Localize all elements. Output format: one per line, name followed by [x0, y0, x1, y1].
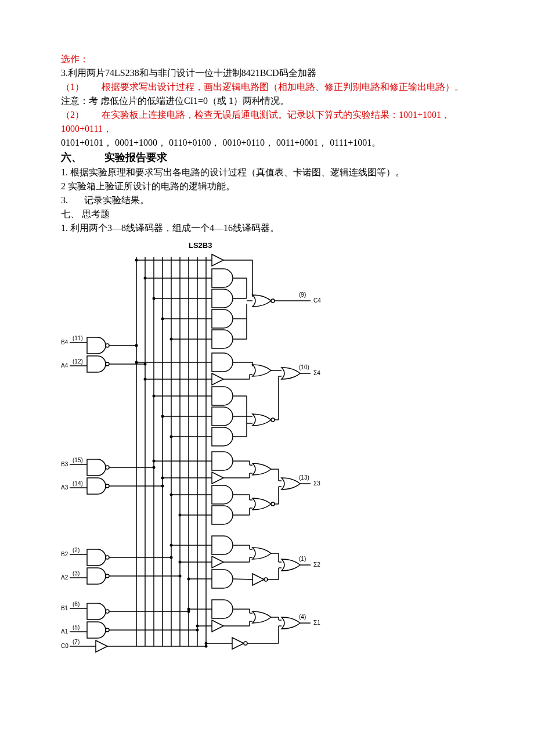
svg-point-161 — [170, 435, 173, 438]
svg-point-21 — [144, 362, 147, 365]
input-b2-a2: B2(2) A2(3) — [61, 547, 182, 584]
svg-text:(10): (10) — [299, 364, 309, 370]
svg-point-169 — [187, 607, 190, 610]
svg-text:A1: A1 — [61, 628, 68, 635]
svg-text:A2: A2 — [61, 574, 68, 581]
svg-point-171 — [205, 642, 208, 645]
svg-point-159 — [153, 394, 156, 397]
output-s4: (10) Σ4 — [136, 353, 320, 446]
item-3-2-cont: 1000+0111， — [61, 122, 482, 136]
svg-point-162 — [153, 459, 156, 462]
item-3: 3.利用两片74LS238和与非门设计一位十进制8421BCD码全加器 — [61, 66, 482, 80]
svg-point-30 — [153, 466, 156, 469]
item-3-2-text: 在实验板上连接电路，检查无误后通电测试。记录以下算式的实验结果：1001+100… — [102, 110, 450, 120]
item-3-1: （1）根据要求写出设计过程，画出逻辑电路图（相加电路、修正判别电路和修正输出电路… — [61, 80, 482, 94]
svg-text:(5): (5) — [73, 624, 80, 631]
input-b1-a1-c0: B1(6) A1(5) C0(7) — [61, 601, 208, 652]
svg-point-20 — [135, 344, 138, 347]
svg-text:C0: C0 — [61, 643, 68, 649]
svg-text:B4: B4 — [61, 339, 68, 345]
svg-point-170 — [196, 624, 199, 627]
svg-text:A3: A3 — [61, 484, 68, 491]
svg-text:B1: B1 — [61, 605, 68, 611]
svg-text:Σ4: Σ4 — [313, 370, 320, 376]
svg-point-168 — [187, 577, 190, 580]
svg-text:(15): (15) — [73, 457, 83, 463]
svg-point-40 — [170, 556, 173, 559]
svg-point-164 — [170, 493, 173, 496]
svg-point-31 — [161, 484, 164, 487]
section-6-item-1: 1. 根据实验原理和要求写出各电路的设计过程（真值表、卡诺图、逻辑连线图等）。 — [61, 165, 482, 179]
circuit-svg: B4(11) A4(12) B3(15) A3(14) — [61, 251, 374, 658]
svg-text:Σ3: Σ3 — [313, 480, 320, 487]
svg-text:Σ1: Σ1 — [313, 620, 320, 626]
section-6-heading: 六、实验报告要求 — [61, 150, 482, 165]
svg-text:(7): (7) — [73, 639, 80, 645]
svg-text:(11): (11) — [73, 335, 83, 341]
input-b3-a3: B3(15) A3(14) — [61, 457, 164, 494]
svg-text:(3): (3) — [73, 570, 80, 577]
svg-point-165 — [179, 513, 182, 516]
svg-text:Σ2: Σ2 — [313, 561, 320, 568]
section-6-item-3-num: 3. — [61, 193, 84, 207]
svg-text:(12): (12) — [73, 358, 83, 365]
svg-point-152 — [135, 258, 138, 261]
svg-point-56 — [205, 645, 208, 647]
additions-line: 0101+0101， 0001+1000， 0110+0100， 0010+01… — [61, 136, 482, 150]
svg-point-157 — [135, 361, 138, 363]
svg-text:A4: A4 — [61, 362, 68, 369]
svg-text:(14): (14) — [73, 480, 83, 487]
output-s1: (4) Σ1 — [189, 600, 320, 649]
svg-point-51 — [196, 628, 199, 631]
output-s3: (13) Σ3 — [154, 452, 320, 524]
section-6-num: 六、 — [61, 150, 104, 165]
svg-point-156 — [170, 337, 173, 340]
circuit-diagram: LS2B3 — [61, 240, 482, 662]
diagram-title: LS2B3 — [189, 240, 482, 251]
note-line: 注意：考 虑低位片的低端进位CI1=0（或 1）两种情况。 — [61, 94, 482, 108]
output-c4: (9) C4 — [136, 254, 321, 348]
svg-text:(4): (4) — [299, 614, 306, 620]
svg-point-41 — [179, 574, 182, 577]
item-3-2-label: （2） — [61, 108, 102, 122]
svg-text:B2: B2 — [61, 551, 68, 557]
svg-point-158 — [144, 377, 147, 380]
svg-point-166 — [170, 543, 173, 546]
svg-point-163 — [161, 476, 164, 479]
item-3-1-text: 根据要求写出设计过程，画出逻辑电路图（相加电路、修正判别电路和修正输出电路）。 — [102, 82, 464, 92]
item-3-2: （2）在实验板上连接电路，检查无误后通电测试。记录以下算式的实验结果：1001+… — [61, 108, 482, 122]
svg-line-124 — [233, 579, 252, 579]
svg-text:(13): (13) — [299, 474, 309, 481]
svg-point-154 — [153, 297, 156, 300]
document-page: 选作： 3.利用两片74LS238和与非门设计一位十进制8421BCD码全加器 … — [0, 0, 534, 756]
section-6-title: 实验报告要求 — [104, 152, 167, 163]
section-6-item-3-text: 记录实验结果。 — [84, 195, 149, 205]
optional-header: 选作： — [61, 52, 482, 66]
svg-point-167 — [179, 560, 182, 563]
svg-text:(2): (2) — [73, 547, 80, 553]
section-7-heading: 七、 思考题 — [61, 207, 482, 221]
item-3-1-label: （1） — [61, 80, 102, 94]
svg-text:B3: B3 — [61, 461, 68, 467]
svg-text:C4: C4 — [313, 297, 321, 304]
section-6-item-3: 3.记录实验结果。 — [61, 193, 482, 207]
svg-text:(9): (9) — [299, 291, 306, 298]
svg-point-160 — [161, 415, 164, 417]
section-6-item-2: 2 实验箱上验证所设计的电路的逻辑功能。 — [61, 179, 482, 193]
input-b4-a4: B4(11) A4(12) — [61, 335, 147, 372]
svg-text:(6): (6) — [73, 601, 80, 607]
svg-text:(1): (1) — [299, 556, 306, 562]
section-7-item-1: 1. 利用两个3—8线译码器，组成一个4—16线译码器。 — [61, 221, 482, 235]
svg-point-155 — [161, 317, 164, 320]
svg-point-153 — [144, 276, 147, 279]
output-s2: (1) Σ2 — [171, 536, 320, 588]
